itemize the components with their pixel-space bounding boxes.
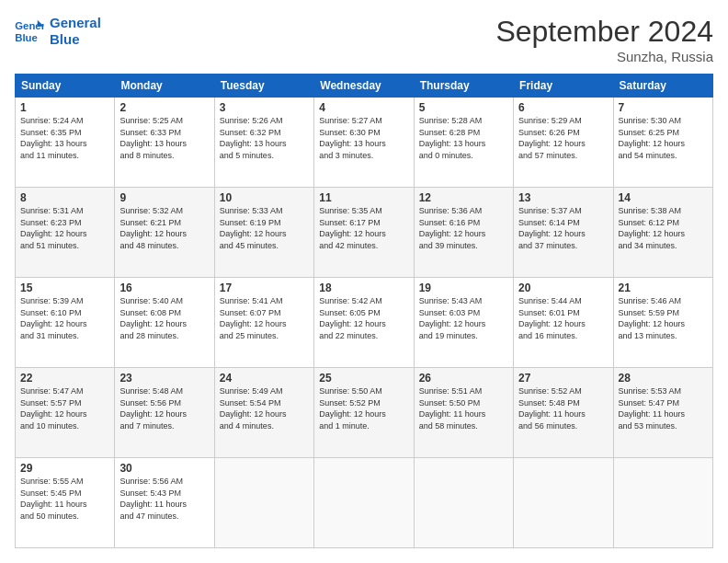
day-info: Sunrise: 5:40 AMSunset: 6:08 PMDaylight:…: [119, 295, 209, 341]
calendar-cell: [314, 458, 414, 548]
calendar-cell: 9Sunrise: 5:32 AMSunset: 6:21 PMDaylight…: [115, 188, 214, 278]
day-info: Sunrise: 5:29 AMSunset: 6:26 PMDaylight:…: [518, 115, 608, 161]
logo-line1: General: [50, 15, 101, 31]
day-number: 23: [119, 372, 209, 385]
day-number: 22: [20, 372, 109, 385]
calendar-cell: 28Sunrise: 5:53 AMSunset: 5:47 PMDayligh…: [613, 368, 712, 458]
calendar-cell: [613, 458, 712, 548]
calendar-cell: 23Sunrise: 5:48 AMSunset: 5:56 PMDayligh…: [115, 368, 214, 458]
calendar-cell: 8Sunrise: 5:31 AMSunset: 6:23 PMDaylight…: [16, 188, 115, 278]
day-number: 5: [419, 101, 508, 114]
calendar-cell: 12Sunrise: 5:36 AMSunset: 6:16 PMDayligh…: [414, 188, 513, 278]
day-info: Sunrise: 5:38 AMSunset: 6:12 PMDaylight:…: [619, 205, 708, 251]
day-number: 30: [119, 462, 209, 475]
day-info: Sunrise: 5:30 AMSunset: 6:25 PMDaylight:…: [619, 115, 708, 161]
day-info: Sunrise: 5:28 AMSunset: 6:28 PMDaylight:…: [419, 115, 508, 161]
day-number: 16: [119, 282, 209, 294]
day-info: Sunrise: 5:51 AMSunset: 5:50 PMDaylight:…: [419, 385, 508, 431]
logo: General Blue General Blue: [15, 15, 101, 48]
calendar-cell: [514, 458, 613, 548]
calendar-week-row: 22Sunrise: 5:47 AMSunset: 5:57 PMDayligh…: [16, 368, 713, 458]
day-number: 27: [518, 372, 608, 385]
col-friday: Friday: [514, 75, 613, 98]
day-number: 1: [20, 101, 109, 114]
calendar-cell: 18Sunrise: 5:42 AMSunset: 6:05 PMDayligh…: [314, 278, 414, 368]
calendar-cell: 20Sunrise: 5:44 AMSunset: 6:01 PMDayligh…: [514, 278, 613, 368]
calendar-cell: 15Sunrise: 5:39 AMSunset: 6:10 PMDayligh…: [16, 278, 115, 368]
day-info: Sunrise: 5:35 AMSunset: 6:17 PMDaylight:…: [319, 205, 408, 251]
calendar-cell: 19Sunrise: 5:43 AMSunset: 6:03 PMDayligh…: [414, 278, 513, 368]
calendar-cell: 11Sunrise: 5:35 AMSunset: 6:17 PMDayligh…: [314, 188, 414, 278]
day-number: 2: [119, 101, 209, 114]
calendar-cell: 4Sunrise: 5:27 AMSunset: 6:30 PMDaylight…: [314, 98, 414, 188]
calendar-cell: 22Sunrise: 5:47 AMSunset: 5:57 PMDayligh…: [16, 368, 115, 458]
calendar-cell: 17Sunrise: 5:41 AMSunset: 6:07 PMDayligh…: [214, 278, 313, 368]
day-number: 6: [518, 101, 608, 114]
day-number: 14: [619, 191, 708, 204]
calendar-cell: [414, 458, 513, 548]
calendar-cell: 26Sunrise: 5:51 AMSunset: 5:50 PMDayligh…: [414, 368, 513, 458]
day-number: 11: [319, 191, 408, 204]
day-info: Sunrise: 5:32 AMSunset: 6:21 PMDaylight:…: [119, 205, 209, 251]
day-number: 15: [20, 282, 109, 294]
title-block: September 2024 Sunzha, Russia: [495, 15, 713, 64]
logo-icon: General Blue: [15, 18, 44, 44]
day-info: Sunrise: 5:26 AMSunset: 6:32 PMDaylight:…: [220, 115, 309, 161]
day-info: Sunrise: 5:53 AMSunset: 5:47 PMDaylight:…: [619, 385, 708, 431]
calendar-cell: 13Sunrise: 5:37 AMSunset: 6:14 PMDayligh…: [514, 188, 613, 278]
calendar-week-row: 29Sunrise: 5:55 AMSunset: 5:45 PMDayligh…: [16, 458, 713, 548]
day-number: 13: [518, 191, 608, 204]
day-number: 18: [319, 282, 408, 294]
calendar-cell: 25Sunrise: 5:50 AMSunset: 5:52 PMDayligh…: [314, 368, 414, 458]
day-info: Sunrise: 5:46 AMSunset: 5:59 PMDaylight:…: [619, 295, 708, 341]
col-saturday: Saturday: [613, 75, 712, 98]
col-tuesday: Tuesday: [214, 75, 313, 98]
day-number: 25: [319, 372, 408, 385]
day-info: Sunrise: 5:47 AMSunset: 5:57 PMDaylight:…: [20, 385, 109, 431]
calendar-cell: [214, 458, 313, 548]
calendar-cell: 24Sunrise: 5:49 AMSunset: 5:54 PMDayligh…: [214, 368, 313, 458]
day-info: Sunrise: 5:31 AMSunset: 6:23 PMDaylight:…: [20, 205, 109, 251]
day-info: Sunrise: 5:48 AMSunset: 5:56 PMDaylight:…: [119, 385, 209, 431]
calendar-table: Sunday Monday Tuesday Wednesday Thursday…: [15, 74, 713, 548]
page: General Blue General Blue September 2024…: [0, 0, 728, 563]
day-info: Sunrise: 5:27 AMSunset: 6:30 PMDaylight:…: [319, 115, 408, 161]
location-subtitle: Sunzha, Russia: [495, 49, 713, 64]
day-number: 17: [220, 282, 309, 294]
day-info: Sunrise: 5:52 AMSunset: 5:48 PMDaylight:…: [518, 385, 608, 431]
day-info: Sunrise: 5:39 AMSunset: 6:10 PMDaylight:…: [20, 295, 109, 341]
day-number: 9: [119, 191, 209, 204]
day-number: 3: [220, 101, 309, 114]
calendar-week-row: 1Sunrise: 5:24 AMSunset: 6:35 PMDaylight…: [16, 98, 713, 188]
calendar-cell: 1Sunrise: 5:24 AMSunset: 6:35 PMDaylight…: [16, 98, 115, 188]
svg-text:Blue: Blue: [15, 32, 38, 43]
calendar-cell: 7Sunrise: 5:30 AMSunset: 6:25 PMDaylight…: [613, 98, 712, 188]
calendar-cell: 2Sunrise: 5:25 AMSunset: 6:33 PMDaylight…: [115, 98, 214, 188]
calendar-cell: 14Sunrise: 5:38 AMSunset: 6:12 PMDayligh…: [613, 188, 712, 278]
day-info: Sunrise: 5:50 AMSunset: 5:52 PMDaylight:…: [319, 385, 408, 431]
day-number: 24: [220, 372, 309, 385]
day-info: Sunrise: 5:44 AMSunset: 6:01 PMDaylight:…: [518, 295, 608, 341]
calendar-header-row: Sunday Monday Tuesday Wednesday Thursday…: [16, 75, 713, 98]
col-thursday: Thursday: [414, 75, 513, 98]
calendar-cell: 3Sunrise: 5:26 AMSunset: 6:32 PMDaylight…: [214, 98, 313, 188]
day-info: Sunrise: 5:41 AMSunset: 6:07 PMDaylight:…: [220, 295, 309, 341]
calendar-cell: 10Sunrise: 5:33 AMSunset: 6:19 PMDayligh…: [214, 188, 313, 278]
day-number: 4: [319, 101, 408, 114]
day-info: Sunrise: 5:56 AMSunset: 5:43 PMDaylight:…: [119, 476, 209, 522]
logo-line2: Blue: [50, 31, 101, 48]
day-number: 10: [220, 191, 309, 204]
calendar-cell: 30Sunrise: 5:56 AMSunset: 5:43 PMDayligh…: [115, 458, 214, 548]
month-title: September 2024: [495, 15, 713, 49]
col-monday: Monday: [115, 75, 214, 98]
day-info: Sunrise: 5:24 AMSunset: 6:35 PMDaylight:…: [20, 115, 109, 161]
day-number: 19: [419, 282, 508, 294]
calendar-week-row: 8Sunrise: 5:31 AMSunset: 6:23 PMDaylight…: [16, 188, 713, 278]
day-info: Sunrise: 5:36 AMSunset: 6:16 PMDaylight:…: [419, 205, 508, 251]
col-wednesday: Wednesday: [314, 75, 414, 98]
calendar-cell: 29Sunrise: 5:55 AMSunset: 5:45 PMDayligh…: [16, 458, 115, 548]
calendar-cell: 16Sunrise: 5:40 AMSunset: 6:08 PMDayligh…: [115, 278, 214, 368]
day-info: Sunrise: 5:33 AMSunset: 6:19 PMDaylight:…: [220, 205, 309, 251]
day-number: 29: [20, 462, 109, 475]
day-number: 28: [619, 372, 708, 385]
